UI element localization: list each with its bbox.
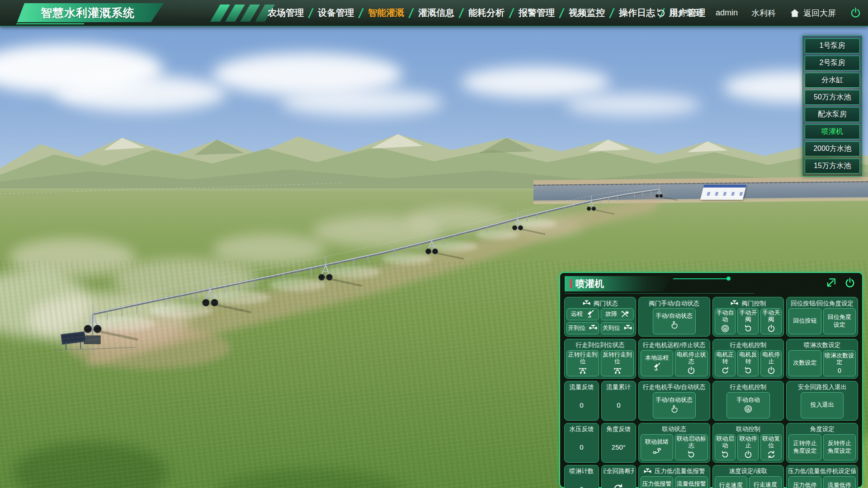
card-title: 压力低/流量低停机设定值 [788, 467, 856, 475]
minimize-panel-icon[interactable] [825, 277, 837, 289]
panel-button[interactable]: 手动关阀 [760, 308, 782, 334]
scene-button[interactable]: 2号泵房 [805, 56, 860, 70]
panel-card: 安全回路断开 [601, 465, 636, 488]
panel-button[interactable]: 手动自动A [715, 308, 736, 334]
panel-button[interactable]: 开到位 [566, 322, 599, 334]
panel-button[interactable]: 压力低报警 [641, 476, 673, 488]
panel-card: 行走电机手动/自动状态手动/自动状态 [638, 381, 710, 421]
panel-card: 角度设定正转停止角度设定反转停止角度设定 [786, 423, 858, 463]
power-icon[interactable] [849, 7, 862, 19]
panel-button[interactable]: 正转停止角度设定 [788, 434, 821, 460]
panel-button[interactable]: 手动自动A [726, 392, 769, 418]
scene-button[interactable]: 2000方水池 [805, 141, 860, 156]
rotate-cw-icon [721, 366, 730, 375]
title-underline [16, 23, 85, 24]
auto-icon: A [721, 324, 730, 333]
username[interactable]: admin [716, 8, 738, 18]
valve-icon [623, 324, 632, 333]
nav-item[interactable]: 设备管理 [318, 7, 354, 19]
panel-button[interactable]: 反转停止角度设定 [823, 434, 856, 460]
satellite-icon [586, 310, 595, 319]
nav-item[interactable]: 操作日志 [619, 7, 655, 19]
panel-button[interactable]: 电机反转 [737, 350, 759, 376]
panel-button[interactable]: 远程 [566, 308, 599, 320]
panel-button[interactable]: 联动复位 [760, 434, 782, 460]
button-label-line2: 角度设定 [828, 448, 851, 455]
power-icon [767, 366, 776, 375]
back-big-screen-button[interactable]: 返回大屏 [789, 8, 836, 19]
button-label: 手动关阀 [762, 310, 780, 323]
rotate-ccw-icon [744, 324, 753, 333]
panel-button[interactable]: 联动启动标志 [675, 434, 708, 460]
power-icon [744, 450, 753, 459]
view-return-button[interactable]: 视角返回 [656, 8, 702, 19]
nav-item[interactable]: 智能灌溉 [368, 7, 404, 19]
nav-item[interactable]: 视频监控 [569, 7, 605, 19]
scene-button[interactable]: 15万方水池 [805, 159, 860, 174]
panel-button[interactable]: 电机停止 [760, 350, 782, 376]
panel-button[interactable]: 联动就绪 [641, 434, 673, 460]
card-value: 0 [566, 392, 597, 418]
panel-button[interactable]: 电机正转 [715, 350, 736, 376]
card-title: 安全回路断开 [604, 467, 634, 475]
rotate-ccw-icon [687, 450, 696, 459]
button-label: 回位角度 [828, 314, 851, 321]
card-value: 250° [604, 434, 634, 460]
button-label: 压力低停 [793, 482, 816, 488]
panel-button[interactable]: 行走速度设定 [715, 476, 747, 488]
panel-button[interactable]: 反转行走到位 [601, 350, 633, 376]
button-label-line2: 角度设定 [793, 448, 816, 455]
panel-button[interactable]: 手动/自动状态 [653, 392, 696, 418]
button-label: 投入退出 [811, 402, 834, 408]
scene-button[interactable]: 50万方水池 [805, 90, 860, 105]
scene-button[interactable]: 1号泵房 [805, 38, 860, 53]
panel-button[interactable]: 电机停止状态 [675, 350, 708, 376]
panel-power-icon[interactable] [844, 277, 856, 289]
scene-button[interactable]: 配水泵房 [805, 107, 860, 122]
control-grid: 阀门状态远程故障开到位关到位阀门手动/自动状态手动/自动状态阀门控制手动自动A手… [560, 294, 862, 488]
panel-button[interactable]: 本地远程 [641, 350, 673, 376]
button-label: 本地远程 [645, 355, 669, 361]
panel-button[interactable]: 投入退出 [801, 392, 844, 418]
panel-button[interactable]: 联动启动 [715, 434, 736, 460]
rotate-view-icon [656, 8, 666, 19]
panel-button[interactable]: 次数设定 [788, 350, 821, 376]
panel-button[interactable]: 手动/自动状态 [653, 308, 696, 334]
nav-item[interactable]: 灌溉信息 [418, 7, 454, 19]
nav-item[interactable]: 能耗分析 [468, 7, 505, 19]
panel-card: 角度反馈250° [601, 423, 636, 463]
panel-card: 压力低/流量低报警压力低报警流量低报警 [638, 465, 710, 488]
button-label: 行走速度 [719, 482, 743, 488]
panel-button[interactable]: 正转行走到位 [566, 350, 599, 376]
panel-button[interactable]: 联动停止 [737, 434, 759, 460]
panel-header-underline [565, 293, 755, 294]
nav-item[interactable]: 农场管理 [268, 7, 304, 19]
panel-button[interactable]: 流量低停机设定值 [823, 476, 856, 488]
scene-button[interactable]: 喷灌机 [805, 124, 860, 139]
valve-icon [643, 467, 652, 476]
button-label: 流量低报警 [677, 481, 706, 488]
panel-button[interactable]: 压力低停机设定值 [788, 476, 821, 488]
card-title: 压力低/流量低报警 [655, 467, 705, 475]
top-header: 智慧水利灌溉系统 农场管理设备管理智能灌溉灌溉信息能耗分析报警管理视频监控操作日… [0, 0, 868, 27]
panel-button[interactable]: 回位角度设定 [823, 308, 856, 334]
panel-button[interactable]: 关到位 [601, 322, 633, 334]
button-label: 联动停止 [739, 436, 757, 449]
panel-button[interactable]: 故障 [601, 308, 633, 320]
tower-icon [578, 366, 587, 375]
card-title: 喷淋次数设定 [804, 341, 840, 349]
scene-button[interactable]: 分水缸 [805, 73, 860, 88]
button-label: 手动/自动状态 [656, 313, 693, 319]
button-label: 关到位 [603, 325, 620, 332]
panel-button[interactable]: 手动开阀 [737, 308, 759, 334]
panel-button[interactable]: 流量低报警 [675, 476, 708, 488]
panel-card: 速度设定/读取行走速度设定行走速度0 [712, 465, 784, 488]
panel-button[interactable]: 回位按钮 [788, 308, 821, 334]
button-label: 故障 [605, 311, 617, 318]
panel-value-box: 喷淋次数设定0 [823, 350, 856, 376]
button-label: 电机停止状态 [676, 352, 706, 365]
button-label: 联动启动标志 [676, 436, 706, 449]
nav-item[interactable]: 报警管理 [519, 7, 555, 19]
panel-card: 安全回路投入退出投入退出 [786, 381, 858, 421]
auto-icon: A [744, 404, 753, 413]
